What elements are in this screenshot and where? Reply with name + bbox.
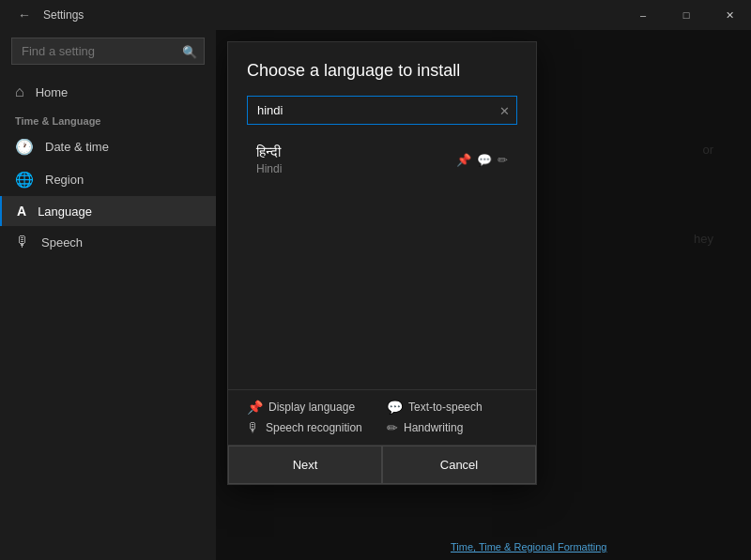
tts-icon: 💬	[477, 153, 492, 167]
minimize-button[interactable]: –	[621, 0, 665, 30]
content-area: or hey Choose a language to install ✕ हि…	[216, 30, 751, 560]
search-icon: 🔍	[182, 44, 197, 58]
feature-speech-recognition: 🎙 Speech recognition	[247, 420, 377, 435]
lang-english-name: Hindi	[256, 162, 282, 175]
sidebar-item-home[interactable]: ⌂ Home	[0, 76, 216, 108]
region-icon: 🌐	[15, 171, 34, 189]
bottom-link[interactable]: Time, Time & Regional Formatting	[451, 541, 606, 552]
lang-native-name: हिन्दी	[256, 144, 282, 160]
feature-legend: 📌 Display language 💬 Text-to-speech 🎙 Sp…	[228, 389, 536, 445]
section-label-time-language: Time & Language	[0, 108, 216, 130]
lang-capability-icons: 📌 💬 ✏	[456, 153, 508, 167]
speech-icon: 🎙	[15, 234, 30, 250]
next-button[interactable]: Next	[228, 446, 382, 484]
dialog-body: Choose a language to install ✕ हिन्दी Hi…	[228, 42, 536, 389]
language-search-input[interactable]	[247, 96, 517, 125]
window-controls: – □ ✕	[621, 0, 751, 30]
search-input[interactable]	[11, 38, 205, 65]
sidebar-item-datetime[interactable]: 🕐 Date & time	[0, 130, 216, 163]
sidebar-item-region[interactable]: 🌐 Region	[0, 163, 216, 196]
sidebar-item-language[interactable]: A Language	[0, 196, 216, 226]
maximize-button[interactable]: □	[665, 0, 708, 30]
display-language-icon: 📌	[247, 400, 263, 415]
sidebar-item-speech[interactable]: 🎙 Speech	[0, 226, 216, 258]
speech-recognition-icon: 🎙	[247, 420, 260, 435]
feature-text-to-speech: 💬 Text-to-speech	[387, 400, 517, 415]
text-to-speech-icon: 💬	[387, 400, 403, 415]
clock-icon: 🕐	[15, 138, 34, 156]
feature-handwriting: ✏ Handwriting	[387, 420, 517, 435]
home-icon: ⌂	[15, 83, 24, 100]
language-icon: A	[17, 204, 26, 219]
write-icon: ✏	[498, 153, 508, 167]
language-search-box: ✕	[247, 96, 517, 125]
titlebar: ← Settings – □ ✕	[0, 0, 751, 30]
close-button[interactable]: ✕	[708, 0, 751, 30]
sidebar: 🔍 ⌂ Home Time & Language 🕐 Date & time 🌐…	[0, 30, 216, 560]
dialog-title: Choose a language to install	[247, 61, 517, 81]
dialog-footer: Next Cancel	[228, 445, 536, 484]
clear-search-button[interactable]: ✕	[499, 103, 510, 117]
language-list: हिन्दी Hindi 📌 💬 ✏	[247, 136, 517, 389]
lang-info: हिन्दी Hindi	[256, 144, 282, 175]
handwriting-icon: ✏	[387, 420, 398, 435]
back-button[interactable]: ←	[11, 2, 38, 28]
titlebar-title: Settings	[43, 8, 84, 22]
display-lang-icon: 📌	[456, 153, 471, 167]
choose-language-dialog: Choose a language to install ✕ हिन्दी Hi…	[227, 41, 537, 485]
sidebar-search-container: 🔍	[11, 38, 205, 65]
main-layout: 🔍 ⌂ Home Time & Language 🕐 Date & time 🌐…	[0, 30, 751, 560]
cancel-button[interactable]: Cancel	[382, 446, 536, 484]
feature-display-language: 📌 Display language	[247, 400, 377, 415]
list-item[interactable]: हिन्दी Hindi 📌 💬 ✏	[247, 136, 517, 183]
